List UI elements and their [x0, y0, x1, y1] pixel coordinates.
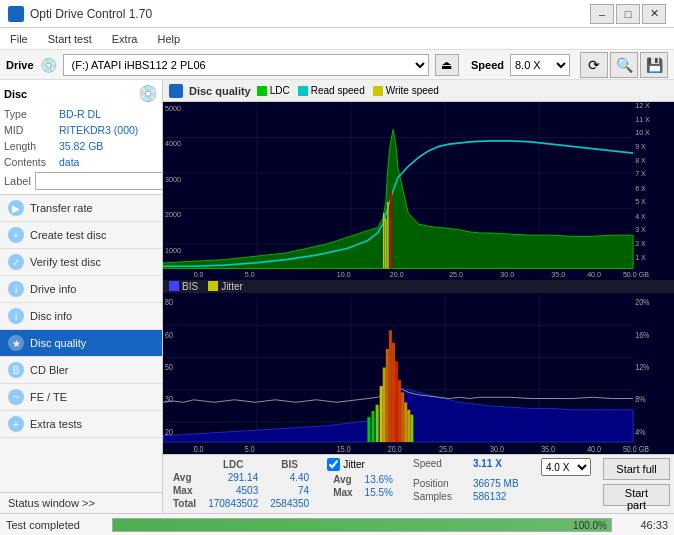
svg-rect-60 — [401, 392, 404, 442]
nav-label-transfer: Transfer rate — [30, 202, 93, 214]
nav-label-extra: Extra tests — [30, 418, 82, 430]
contents-key: Contents — [4, 154, 59, 170]
nav-icon-drive-info: i — [8, 281, 24, 297]
legend-read-label: Read speed — [311, 85, 365, 96]
drive-select[interactable]: (F:) ATAPI iHBS112 2 PL06 — [63, 54, 429, 76]
speed-select[interactable]: 8.0 X — [510, 54, 570, 76]
svg-text:12%: 12% — [635, 362, 649, 372]
total-label: Total — [167, 497, 202, 510]
eject-button[interactable]: ⏏ — [435, 54, 459, 76]
max-label: Max — [167, 484, 202, 497]
svg-text:2 X: 2 X — [635, 239, 646, 248]
svg-text:8 X: 8 X — [635, 156, 646, 165]
nav-fe-te[interactable]: ~ FE / TE — [0, 384, 162, 411]
nav-label-cd-bler: CD Bler — [30, 364, 69, 376]
svg-text:60: 60 — [165, 330, 173, 340]
jitter-max-val: 15.5% — [359, 486, 399, 499]
nav-transfer-rate[interactable]: ▶ Transfer rate — [0, 195, 162, 222]
svg-text:35.0: 35.0 — [551, 270, 565, 279]
col-ldc: LDC — [202, 458, 264, 471]
charts-wrapper: 12 X 11 X 10 X 9 X 8 X 7 X 6 X 5 X 4 X 3… — [163, 102, 674, 454]
contents-val: data — [59, 154, 79, 170]
svg-text:40.0: 40.0 — [587, 444, 601, 454]
legend-bis: BIS — [169, 281, 198, 292]
legend-ldc-dot — [257, 86, 267, 96]
svg-text:1 X: 1 X — [635, 252, 646, 261]
svg-text:5000: 5000 — [165, 104, 181, 113]
close-button[interactable]: ✕ — [642, 4, 666, 24]
svg-text:10.0: 10.0 — [337, 270, 351, 279]
svg-text:30.0: 30.0 — [490, 444, 504, 454]
svg-text:2000: 2000 — [165, 210, 181, 219]
svg-text:12 X: 12 X — [635, 102, 650, 110]
nav-icon-create: + — [8, 227, 24, 243]
label-input[interactable] — [35, 172, 163, 190]
length-val: 35.82 GB — [59, 138, 103, 154]
disc-info-section: Disc 💿 Type BD-R DL MID RITEKDR3 (000) L… — [0, 80, 162, 195]
menu-help[interactable]: Help — [153, 31, 184, 47]
app-icon — [8, 6, 24, 22]
chart-legend: LDC Read speed Write speed — [257, 85, 439, 96]
jitter-checkbox[interactable] — [327, 458, 340, 471]
svg-text:7 X: 7 X — [635, 169, 646, 178]
svg-text:5.0: 5.0 — [245, 270, 255, 279]
svg-rect-55 — [386, 348, 389, 441]
toolbar-btn-1[interactable]: ⟳ — [580, 52, 608, 78]
svg-text:20.0: 20.0 — [390, 270, 404, 279]
maximize-button[interactable]: □ — [616, 4, 640, 24]
status-bar: Test completed 100.0% 46:33 — [0, 513, 674, 535]
start-full-button[interactable]: Start full — [603, 458, 670, 480]
legend-jitter-dot — [208, 281, 218, 291]
start-part-button[interactable]: Start part — [603, 484, 670, 506]
svg-text:6 X: 6 X — [635, 184, 646, 193]
action-buttons: Start full Start part — [603, 458, 670, 506]
nav-drive-info[interactable]: i Drive info — [0, 276, 162, 303]
nav-create-test-disc[interactable]: + Create test disc — [0, 222, 162, 249]
nav-extra-tests[interactable]: + Extra tests — [0, 411, 162, 438]
menu-start-test[interactable]: Start test — [44, 31, 96, 47]
max-bis: 74 — [264, 484, 315, 497]
drive-label: Drive — [6, 59, 34, 71]
nav-label-disc-info: Disc info — [30, 310, 72, 322]
nav-verify-test-disc[interactable]: ✓ Verify test disc — [0, 249, 162, 276]
speed-stat-label: Speed — [413, 458, 465, 476]
toolbar-btn-3[interactable]: 💾 — [640, 52, 668, 78]
main-layout: Disc 💿 Type BD-R DL MID RITEKDR3 (000) L… — [0, 80, 674, 513]
jitter-checkbox-row: Jitter — [327, 458, 399, 471]
samples-row: Samples 586132 — [413, 491, 591, 502]
svg-text:50.0 GB: 50.0 GB — [623, 444, 649, 454]
col-empty — [167, 458, 202, 471]
label-key: Label — [4, 175, 31, 187]
middle-stats: Jitter Avg 13.6% Max 15.5% — [327, 458, 399, 499]
svg-text:25.0: 25.0 — [439, 444, 453, 454]
svg-text:0.0: 0.0 — [194, 270, 204, 279]
test-speed-select[interactable]: 4.0 X — [541, 458, 591, 476]
sidebar: Disc 💿 Type BD-R DL MID RITEKDR3 (000) L… — [0, 80, 163, 513]
svg-text:80: 80 — [165, 297, 173, 307]
toolbar-btn-2[interactable]: 🔍 — [610, 52, 638, 78]
col-bis: BIS — [264, 458, 315, 471]
nav-icon-disc-info: i — [8, 308, 24, 324]
status-window-label: Status window >> — [8, 497, 95, 509]
toolbar-icons: ⟳ 🔍 💾 — [580, 52, 668, 78]
svg-text:35.0: 35.0 — [541, 444, 555, 454]
menu-file[interactable]: File — [6, 31, 32, 47]
chart-title: Disc quality — [189, 85, 251, 97]
legend-write-label: Write speed — [386, 85, 439, 96]
svg-rect-54 — [383, 367, 386, 442]
menu-extra[interactable]: Extra — [108, 31, 142, 47]
nav-cd-bler[interactable]: B CD Bler — [0, 357, 162, 384]
jitter-max-label: Max — [327, 486, 358, 499]
nav-disc-info[interactable]: i Disc info — [0, 303, 162, 330]
disc-icon: 💿 — [138, 84, 158, 103]
svg-text:10 X: 10 X — [635, 128, 650, 137]
nav-disc-quality[interactable]: ★ Disc quality — [0, 330, 162, 357]
minimize-button[interactable]: – — [590, 4, 614, 24]
svg-rect-58 — [395, 361, 398, 442]
progress-percent: 100.0% — [573, 519, 607, 533]
status-window-toggle[interactable]: Status window >> — [0, 492, 162, 513]
stats-container: LDC BIS Avg 291.14 4.40 Max 4503 74 To — [163, 454, 674, 513]
legend-ldc-label: LDC — [270, 85, 290, 96]
legend-write-dot — [373, 86, 383, 96]
svg-text:40.0: 40.0 — [587, 270, 601, 279]
